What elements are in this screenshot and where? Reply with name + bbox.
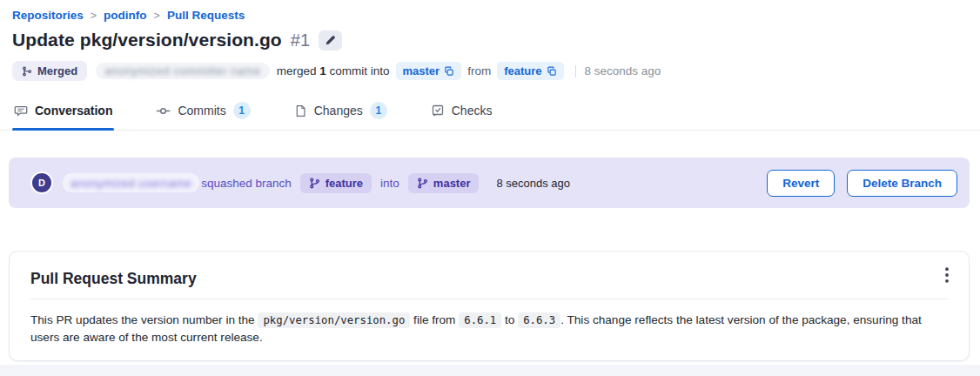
merge-timestamp: 8 seconds ago [585,64,661,77]
breadcrumb-podinfo[interactable]: podinfo [104,9,146,22]
changes-count-badge: 1 [370,102,387,119]
merged-status-badge: Merged [12,61,87,81]
divider [30,299,948,299]
copy-icon[interactable] [444,66,454,77]
checklist-icon [431,104,445,118]
revert-button[interactable]: Revert [767,170,835,197]
banner-user-redacted: anonymized username [63,173,199,192]
comment-icon [14,104,28,118]
page-header: Repositories > podinfo > Pull Requests U… [0,0,980,81]
commit-count: 1 [319,64,326,77]
avatar[interactable]: D [32,173,51,192]
pencil-icon [325,35,336,46]
tab-changes[interactable]: Changes 1 [292,96,389,130]
merged-status-label: Merged [37,64,77,77]
breadcrumb-separator: > [154,10,160,22]
pr-meta-row: Merged anonymized committer name merged … [12,61,968,81]
kebab-icon [945,267,949,283]
target-branch-chip[interactable]: master [396,62,462,80]
banner-target-branch-chip[interactable]: master [408,173,480,193]
from-word: from [467,64,491,77]
tab-changes-label: Changes [314,104,363,118]
merged-by-user-redacted: anonymized committer name [96,63,269,79]
title-row: Update pkg/version/version.go #1 [12,30,968,50]
tab-commits[interactable]: Commits 1 [154,96,252,130]
source-branch-chip[interactable]: feature [497,62,563,80]
banner-target-branch-label: master [433,177,471,190]
banner-buttons: Revert Delete Branch [767,170,957,197]
banner-action-text: squashed branch [201,177,292,190]
pr-summary-card: Pull Request Summary This PR updates the… [9,251,970,361]
card-menu-button[interactable] [936,264,958,286]
tab-commits-label: Commits [178,104,225,118]
merge-description: merged 1 commit into [277,64,390,77]
edit-title-button[interactable] [319,30,342,50]
summary-card-title: Pull Request Summary [30,269,948,288]
pr-number: #1 [291,30,310,50]
source-branch-label: feature [504,64,541,77]
tab-checks[interactable]: Checks [429,96,494,130]
commit-icon [156,104,171,118]
git-branch-icon [309,178,320,189]
banner-timestamp: 8 seconds ago [496,177,570,190]
pr-title: Update pkg/version/version.go [12,30,282,50]
target-branch-label: master [403,64,440,77]
banner-source-branch-chip[interactable]: feature [300,173,372,193]
breadcrumb-separator: > [91,10,97,22]
breadcrumb: Repositories > podinfo > Pull Requests [12,9,968,22]
pr-tab-bar: Conversation Commits 1 Changes 1 Checks [0,96,980,131]
git-merge-icon [22,66,32,77]
git-branch-icon [417,178,428,189]
merge-event-banner: D anonymized username squashed branch fe… [9,158,970,208]
tab-checks-label: Checks [452,104,493,118]
banner-into-word: into [380,177,399,190]
tab-conversation[interactable]: Conversation [12,96,114,130]
file-icon [294,104,307,118]
page-bottom-strip [0,365,980,376]
commits-count-badge: 1 [233,102,251,119]
summary-body-text: This PR updates the version number in th… [30,312,927,346]
delete-branch-button[interactable]: Delete Branch [847,170,957,197]
tab-conversation-label: Conversation [35,104,112,118]
divider [575,65,576,77]
banner-source-branch-label: feature [326,177,363,190]
breadcrumb-pull-requests[interactable]: Pull Requests [167,9,245,22]
breadcrumb-repositories[interactable]: Repositories [12,9,84,22]
copy-icon[interactable] [547,66,557,77]
